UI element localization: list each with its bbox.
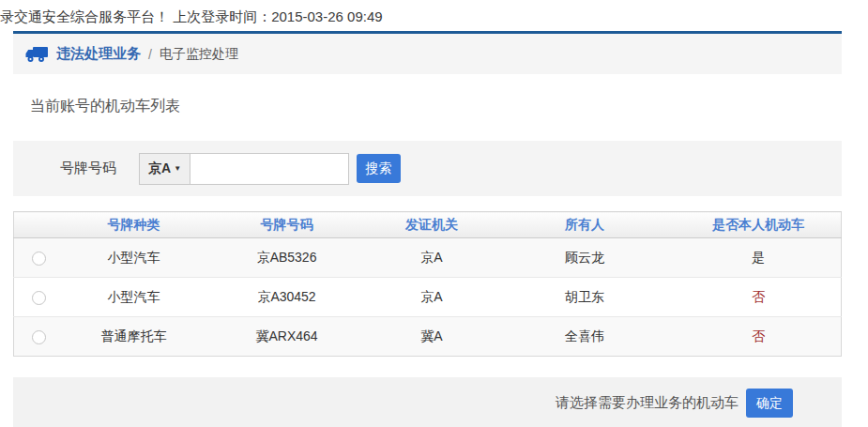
plate-prefix-value: 京A	[148, 160, 171, 177]
owner-cell: 胡卫东	[494, 278, 676, 317]
plate-input-group: 京A ▼	[139, 153, 349, 185]
owner-cell: 全喜伟	[494, 317, 676, 357]
radio-cell	[14, 278, 64, 317]
plate-type-cell: 小型汽车	[63, 238, 204, 278]
welcome-text: 录交通安全综合服务平台！ 上次登录时间：2015-03-26 09:49	[0, 8, 383, 24]
vehicle-table-header: 号牌种类 号牌号码 发证机关 所有人 是否本人机动车	[14, 212, 842, 238]
issuing-authority-cell: 京A	[370, 278, 494, 317]
plate-prefix-dropdown[interactable]: 京A ▼	[140, 154, 190, 184]
table-row: 普通摩托车 冀ARX464 冀A 全喜伟 否	[14, 317, 842, 357]
breadcrumb-section-link[interactable]: 违法处理业务	[56, 45, 141, 63]
vehicle-table: 号牌种类 号牌号码 发证机关 所有人 是否本人机动车 小型汽车 京AB5326 …	[13, 211, 842, 357]
radio-column-header	[14, 212, 64, 238]
chevron-down-icon: ▼	[174, 164, 181, 173]
search-button[interactable]: 搜索	[357, 154, 401, 183]
search-panel: 号牌号码 京A ▼ 搜索	[13, 141, 842, 196]
main-container: 违法处理业务 / 电子监控处理 当前账号的机动车列表 号牌号码 京A ▼ 搜索 …	[13, 31, 842, 427]
column-header-owner: 所有人	[494, 212, 676, 238]
breadcrumb-current: 电子监控处理	[160, 46, 238, 63]
column-header-issuing-authority: 发证机关	[370, 212, 494, 238]
welcome-bar: 录交通安全综合服务平台！ 上次登录时间：2015-03-26 09:49	[0, 0, 868, 31]
plate-number-label: 号牌号码	[60, 160, 116, 177]
vehicle-table-body: 小型汽车 京AB5326 京A 顾云龙 是 小型汽车 京A30452 京A 胡卫…	[14, 238, 842, 357]
plate-number-input[interactable]	[190, 154, 348, 184]
footer-hint: 请选择需要办理业务的机动车	[556, 394, 739, 412]
plate-number-cell: 冀ARX464	[204, 317, 369, 357]
is-own-cell: 否	[676, 278, 841, 317]
column-header-plate-type: 号牌种类	[63, 212, 204, 238]
plate-type-cell: 小型汽车	[63, 278, 204, 317]
confirm-button[interactable]: 确定	[746, 389, 793, 418]
column-header-is-own: 是否本人机动车	[676, 212, 841, 238]
issuing-authority-cell: 冀A	[370, 317, 494, 357]
table-row: 小型汽车 京AB5326 京A 顾云龙 是	[14, 238, 842, 278]
owner-cell: 顾云龙	[494, 238, 676, 278]
plate-number-cell: 京A30452	[204, 278, 369, 317]
radio-cell	[14, 317, 64, 357]
footer-bar: 请选择需要办理业务的机动车 确定	[13, 377, 842, 427]
page-title: 当前账号的机动车列表	[30, 97, 842, 116]
row-radio[interactable]	[32, 252, 46, 266]
issuing-authority-cell: 京A	[370, 238, 494, 278]
row-radio[interactable]	[32, 291, 46, 305]
plate-type-cell: 普通摩托车	[63, 317, 204, 357]
breadcrumb-separator: /	[148, 47, 152, 62]
table-row: 小型汽车 京A30452 京A 胡卫东 否	[14, 278, 842, 317]
column-header-plate-number: 号牌号码	[204, 212, 369, 238]
row-radio[interactable]	[32, 330, 46, 344]
radio-cell	[14, 238, 64, 278]
plate-number-cell: 京AB5326	[204, 238, 369, 278]
breadcrumb: 违法处理业务 / 电子监控处理	[13, 31, 842, 74]
truck-icon	[25, 46, 48, 63]
is-own-cell: 否	[676, 317, 841, 357]
is-own-cell: 是	[676, 238, 841, 278]
